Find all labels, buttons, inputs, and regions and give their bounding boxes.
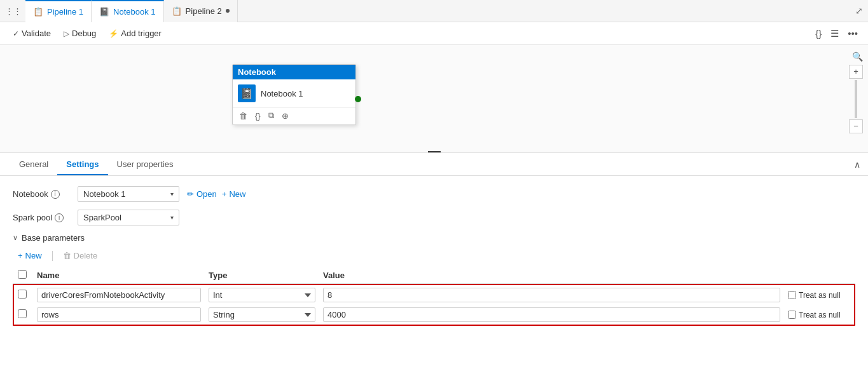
validate-button[interactable]: ✓ Validate: [8, 27, 56, 40]
base-params-chevron[interactable]: ∨: [13, 234, 18, 242]
params-table: Name Type Value: [13, 267, 855, 284]
notebook-info-icon[interactable]: i: [51, 190, 60, 199]
col-name-label: Name: [37, 271, 59, 280]
tab-pipeline1[interactable]: 📋 Pipeline 1: [25, 0, 92, 22]
row1-value-cell: [319, 285, 784, 305]
settings-panel: General Settings User properties ∧ Noteb…: [0, 153, 868, 336]
new-button[interactable]: + New: [222, 189, 246, 199]
notebook-node-actions: 🗑 {} ⧉ ⊕: [233, 107, 355, 124]
row1-checkbox[interactable]: [18, 290, 27, 299]
add-trigger-button[interactable]: ⚡ Add trigger: [104, 27, 167, 40]
lightning-icon: ⚡: [109, 29, 118, 38]
notebook-select[interactable]: Notebook 1 ▾: [78, 186, 179, 202]
collapse-panel-button[interactable]: ∧: [854, 159, 868, 170]
zoom-slider[interactable]: [855, 80, 857, 118]
notebook-label-text: Notebook: [13, 189, 48, 199]
tab-user-properties[interactable]: User properties: [108, 154, 183, 175]
col-name-header: Name: [32, 267, 203, 284]
open-button[interactable]: ✏ Open: [187, 189, 217, 199]
row2-name-input[interactable]: [37, 307, 201, 322]
base-params-label: Base parameters: [22, 233, 85, 243]
notebook1-icon: 📓: [99, 7, 109, 17]
spark-pool-label-text: Spark pool: [13, 213, 52, 222]
canvas-search-icon[interactable]: 🔍: [852, 51, 863, 62]
tab-pipeline1-label: Pipeline 1: [47, 7, 83, 17]
tab-settings[interactable]: Settings: [57, 154, 107, 175]
add-trigger-label: Add trigger: [121, 29, 162, 38]
restore-icon[interactable]: ⤢: [855, 6, 863, 16]
notebook-node-label: Notebook 1: [261, 89, 303, 98]
pipeline1-icon: 📋: [33, 7, 43, 17]
row2-name-cell: [33, 305, 205, 325]
row2-value-cell: [319, 305, 784, 325]
row2-treat-null-text: Treat as null: [799, 311, 841, 319]
notebook-node-icon: 📓: [238, 84, 256, 102]
row2-type-cell: String Int Bool Float: [205, 305, 319, 325]
code-icon[interactable]: {}: [813, 27, 824, 40]
spark-pool-info-icon[interactable]: i: [55, 213, 64, 222]
notebook-node[interactable]: Notebook 📓 Notebook 1 🗑 {} ⧉ ⊕: [232, 64, 356, 125]
tab-pipeline2[interactable]: 📋 Pipeline 2: [164, 0, 238, 22]
table-row: Int String Bool Float: [14, 285, 854, 305]
pencil-icon: ✏: [187, 189, 194, 199]
settings-content: Notebook i Notebook 1 ▾ ✏ Open + New: [0, 176, 868, 336]
node-add-icon[interactable]: ⊕: [282, 111, 289, 121]
row2-treat-label[interactable]: Treat as null: [788, 311, 850, 319]
params-header-row: Name Type Value: [13, 267, 855, 284]
zoom-out-button[interactable]: −: [849, 119, 863, 133]
row2-treat-checkbox[interactable]: [788, 311, 796, 319]
row1-treat-cell: Treat as null: [784, 285, 854, 305]
play-icon: ▷: [64, 29, 69, 38]
notebook-label: Notebook i: [13, 189, 70, 199]
col-treat-header: [785, 267, 855, 284]
params-rows-table: Int String Bool Float: [14, 285, 854, 325]
list-icon[interactable]: ☰: [828, 27, 841, 41]
row1-type-select[interactable]: Int String Bool Float: [209, 288, 315, 302]
node-copy-icon[interactable]: ⧉: [268, 111, 274, 121]
canvas-divider: [428, 151, 441, 152]
spark-pool-select[interactable]: SparkPool ▾: [78, 210, 179, 225]
settings-tabs: General Settings User properties ∧: [0, 153, 868, 176]
params-table-body: Int String Bool Float: [14, 285, 854, 325]
tab-pipeline2-label: Pipeline 2: [186, 6, 222, 16]
base-parameters-header: ∨ Base parameters: [13, 233, 855, 243]
open-label: Open: [196, 189, 217, 199]
new-label: New: [229, 189, 245, 199]
row2-treat-cell: Treat as null: [784, 305, 854, 325]
params-new-button[interactable]: + New: [13, 249, 47, 262]
row2-checkbox[interactable]: [18, 309, 27, 318]
row1-treat-label[interactable]: Treat as null: [788, 291, 850, 300]
row1-treat-null-text: Treat as null: [799, 291, 841, 300]
row2-type-select[interactable]: String Int Bool Float: [209, 307, 315, 322]
more-icon[interactable]: •••: [845, 27, 860, 40]
row2-check-cell: [14, 305, 33, 325]
row1-value-input[interactable]: [323, 288, 780, 302]
tab-notebook1[interactable]: 📓 Notebook 1: [92, 0, 164, 22]
debug-button[interactable]: ▷ Debug: [59, 27, 101, 40]
node-connector: [355, 96, 361, 102]
col-value-header: Value: [318, 267, 785, 284]
select-all-checkbox[interactable]: [18, 270, 27, 279]
tab-general[interactable]: General: [10, 154, 57, 175]
notebook-select-value: Notebook 1: [83, 189, 126, 199]
params-btn-sep: [52, 251, 53, 261]
debug-label: Debug: [72, 29, 96, 38]
row1-name-input[interactable]: [37, 288, 201, 302]
spark-pool-label: Spark pool i: [13, 213, 70, 222]
expand-nav-icon[interactable]: ⋮⋮: [5, 6, 22, 16]
plus-icon: +: [222, 189, 227, 199]
table-row: String Int Bool Float: [14, 305, 854, 325]
params-delete-button[interactable]: 🗑 Delete: [58, 249, 103, 262]
col-type-label: Type: [209, 271, 227, 280]
params-delete-label: Delete: [74, 251, 98, 260]
zoom-in-button[interactable]: +: [849, 65, 863, 79]
node-delete-icon[interactable]: 🗑: [239, 111, 247, 121]
col-type-header: Type: [203, 267, 318, 284]
spark-pool-select-chevron: ▾: [170, 214, 174, 221]
params-new-label: New: [25, 251, 42, 260]
row1-treat-checkbox[interactable]: [788, 291, 796, 299]
node-code-icon[interactable]: {}: [255, 111, 261, 121]
row1-check-cell: [14, 285, 33, 305]
row2-value-input[interactable]: [323, 307, 780, 322]
checkmark-icon: ✓: [13, 29, 19, 38]
